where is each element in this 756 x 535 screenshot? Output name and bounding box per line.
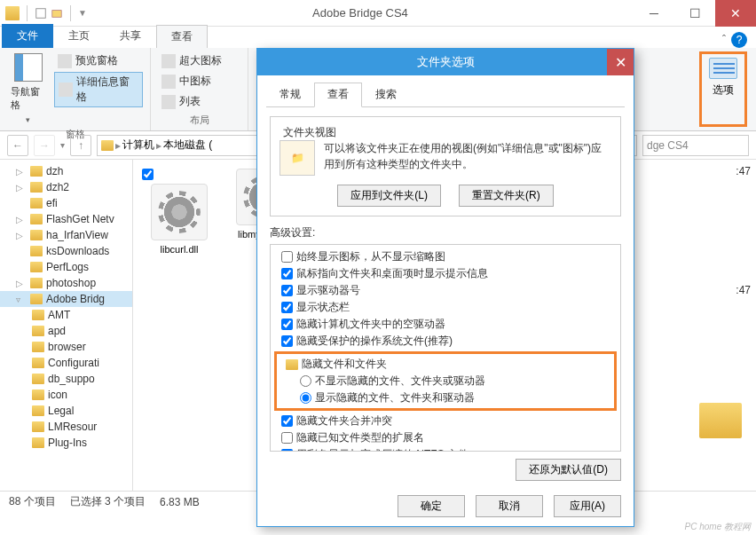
details-pane-icon <box>59 83 73 97</box>
layout-group-label: 布局 <box>158 112 240 127</box>
time-label: :47 <box>736 284 751 296</box>
chk-hide-ext[interactable] <box>281 432 293 444</box>
ribbon-collapse-icon[interactable]: ˆ <box>722 34 726 46</box>
dialog-tabs: 常规 查看 搜索 <box>266 83 625 107</box>
folder-view-desc: 可以将该文件夹正在使用的视图(例如"详细信息"或"图标")应用到所有这种类型的文… <box>324 140 611 176</box>
folder-options-dialog: 文件夹选项 ✕ 常规 查看 搜索 文件夹视图 📁 可以将该文件夹正在使用的视图(… <box>256 48 634 527</box>
tree-item: Legal <box>0 403 132 419</box>
folder-icon <box>286 359 298 370</box>
folder-view-icon: 📁 <box>280 140 315 176</box>
hidden-files-highlight: 隐藏文件和文件夹 不显示隐藏的文件、文件夹或驱动器 显示隐藏的文件、文件夹和驱动… <box>274 351 617 411</box>
up-button[interactable]: ↑ <box>70 135 91 156</box>
tree-item: ▷FlashGet Netv <box>0 211 132 227</box>
preview-pane-icon <box>58 54 72 68</box>
tree-item: ▷ha_IrfanView <box>0 227 132 243</box>
tab-share[interactable]: 共享 <box>105 24 156 48</box>
reset-folders-button[interactable]: 重置文件夹(R) <box>459 185 554 207</box>
radio-dont-show-hidden[interactable] <box>300 375 311 387</box>
maximize-button[interactable]: ☐ <box>674 0 715 27</box>
time-label: :47 <box>736 165 751 177</box>
chk-hide-empty-drives[interactable] <box>281 319 293 330</box>
options-label[interactable]: 选项 <box>713 83 734 98</box>
window-titlebar: ▼ Adobe Bridge CS4 ─ ☐ ✕ <box>0 0 756 27</box>
advanced-label: 高级设置: <box>270 225 621 240</box>
tree-item: icon <box>0 387 132 403</box>
tab-search[interactable]: 搜索 <box>362 83 410 106</box>
advanced-settings-list[interactable]: 始终显示图标，从不显示缩略图 鼠标指向文件夹和桌面项时显示提示信息 显示驱动器号… <box>270 244 621 452</box>
fieldset-legend: 文件夹视图 <box>280 125 340 140</box>
dialog-close-button[interactable]: ✕ <box>607 49 634 75</box>
apply-to-folders-button[interactable]: 应用到文件夹(L) <box>337 185 441 207</box>
tree-item: efi <box>0 195 132 211</box>
dialog-titlebar[interactable]: 文件夹选项 ✕ <box>257 49 634 75</box>
details-pane-button[interactable]: 详细信息窗格 <box>54 72 143 107</box>
breadcrumb-folder-icon <box>101 140 114 151</box>
tab-view[interactable]: 查看 <box>156 25 208 48</box>
chk-always-icons[interactable] <box>281 251 293 263</box>
qat-open-icon[interactable] <box>51 7 63 20</box>
list-view-button[interactable]: 列表 <box>158 92 225 111</box>
file-checkbox[interactable] <box>142 169 154 180</box>
tree-item: LMResour <box>0 419 132 435</box>
status-size: 6.83 MB <box>160 496 200 508</box>
list-icon <box>161 95 176 109</box>
preview-pane-button[interactable]: 预览窗格 <box>54 51 143 70</box>
qat-props-icon[interactable] <box>35 7 47 20</box>
chk-hide-protected[interactable] <box>281 335 293 347</box>
tree-item: Configurati <box>0 355 132 371</box>
tree-item: ▷dzh <box>0 163 132 179</box>
svg-rect-0 <box>36 8 46 18</box>
nav-pane-label: 导航窗格 <box>11 85 45 112</box>
chk-ntfs-color[interactable] <box>281 449 293 452</box>
qat-dropdown-icon[interactable]: ▼ <box>78 8 87 18</box>
tree-item: ▷photoshop <box>0 275 132 291</box>
minimize-button[interactable]: ─ <box>634 0 674 27</box>
chk-drive-letters[interactable] <box>281 285 293 296</box>
apply-button[interactable]: 应用(A) <box>554 495 621 517</box>
options-icon[interactable] <box>709 58 737 79</box>
dll-icon <box>151 184 208 240</box>
tab-view-dlg[interactable]: 查看 <box>314 83 362 107</box>
ok-button[interactable]: 确定 <box>398 495 465 517</box>
folder-view-fieldset: 文件夹视图 📁 可以将该文件夹正在使用的视图(例如"详细信息"或"图标")应用到… <box>270 116 621 216</box>
tree-item-selected: ▿Adobe Bridg <box>0 291 132 307</box>
forward-button[interactable]: → <box>34 135 55 156</box>
help-icon[interactable]: ? <box>731 32 747 48</box>
medium-icons-button[interactable]: 中图标 <box>158 72 225 90</box>
chk-status-bar[interactable] <box>281 302 293 313</box>
extra-large-icon <box>161 54 176 68</box>
tab-general[interactable]: 常规 <box>266 83 314 106</box>
cancel-button[interactable]: 取消 <box>476 495 543 517</box>
tree-item: apd <box>0 323 132 339</box>
tree-item: browser <box>0 339 132 355</box>
back-button[interactable]: ← <box>7 135 28 156</box>
chk-hide-merge[interactable] <box>281 415 293 427</box>
hidden-files-group: 隐藏文件和文件夹 <box>302 357 387 372</box>
nav-tree[interactable]: ▷dzh ▷dzh2 efi ▷FlashGet Netv ▷ha_IrfanV… <box>0 160 133 491</box>
window-title: Adobe Bridge CS4 <box>87 6 634 20</box>
tree-item: PerfLogs <box>0 259 132 275</box>
options-button-highlight: 选项 <box>699 51 747 127</box>
chk-mouse-tooltip[interactable] <box>281 268 293 279</box>
dialog-footer: 确定 取消 应用(A) <box>257 495 634 517</box>
breadcrumb-disk[interactable]: 本地磁盘 ( <box>163 138 212 153</box>
watermark: PC home 教程网 <box>685 521 751 533</box>
search-box[interactable]: dge CS4 <box>642 135 749 156</box>
restore-defaults-button[interactable]: 还原为默认值(D) <box>516 459 621 481</box>
radio-show-hidden[interactable] <box>300 392 311 404</box>
file-item[interactable]: libcurl.dll <box>142 169 217 255</box>
tab-home[interactable]: 主页 <box>53 24 105 48</box>
breadcrumb-computer[interactable]: 计算机 <box>122 138 154 153</box>
folder-preview-icon <box>699 403 742 438</box>
app-folder-icon <box>5 6 20 20</box>
extra-large-icons-button[interactable]: 超大图标 <box>158 51 225 70</box>
close-button[interactable]: ✕ <box>715 0 756 27</box>
history-dropdown-icon[interactable]: ▾ <box>60 140 65 150</box>
ribbon-tabs: 文件 主页 共享 查看 ˆ ? <box>0 27 756 48</box>
tab-file[interactable]: 文件 <box>2 24 53 48</box>
medium-icon <box>161 75 176 89</box>
nav-pane-button[interactable]: 导航窗格 ▾ <box>7 51 49 126</box>
dialog-title: 文件夹选项 <box>417 54 475 70</box>
tree-item: ksDownloads <box>0 243 132 259</box>
tree-item: ▷dzh2 <box>0 179 132 195</box>
